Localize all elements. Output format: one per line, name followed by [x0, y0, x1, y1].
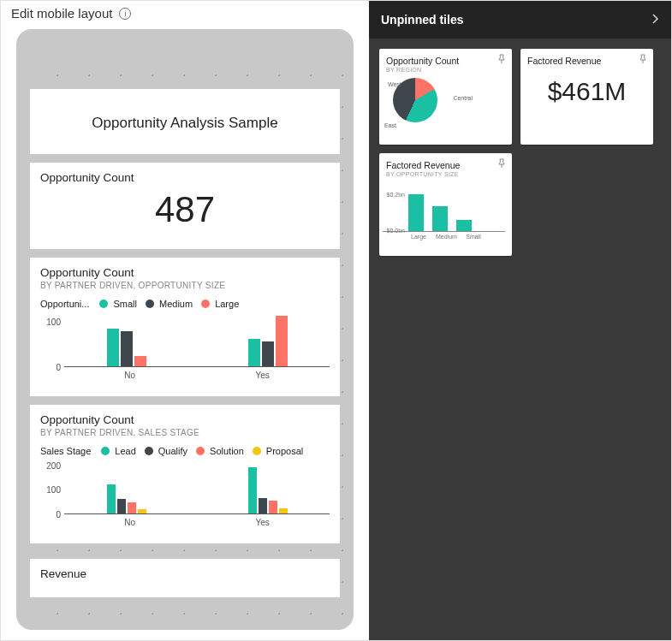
tile-dashboard-title[interactable]: Opportunity Analysis Sample: [30, 89, 340, 154]
bar-medium: [432, 206, 448, 231]
pin-icon[interactable]: [497, 54, 507, 66]
x-tick: Yes: [255, 518, 269, 527]
bar-large: [134, 356, 146, 366]
x-tick: Small: [463, 234, 484, 240]
mini-tile-title: Opportunity Count: [379, 49, 512, 67]
y-tick: $0.2bn: [387, 191, 405, 197]
unpinned-title: Unpinned tiles: [381, 13, 463, 27]
x-tick: No: [124, 518, 135, 527]
kpi-value: 487: [30, 186, 340, 249]
tile-title: Opportunity Count: [30, 258, 340, 281]
legend-swatch-medium: [146, 300, 154, 308]
x-tick: Medium: [436, 234, 456, 240]
y-tick: 100: [46, 318, 61, 327]
legend-swatch-proposal: [253, 447, 261, 455]
unpinned-tile-factored-by-size[interactable]: Factored Revenue BY OPPORTUNITY SIZE $0.…: [379, 153, 512, 256]
bar-medium: [262, 341, 274, 366]
chevron-right-icon[interactable]: [652, 13, 659, 27]
y-axis: 100 0: [40, 314, 62, 367]
pie-label-east: East: [384, 122, 396, 128]
bar-medium: [121, 331, 133, 366]
bar-groups: [64, 461, 330, 514]
bar-qualify: [117, 499, 126, 513]
legend-field-label: Opportuni...: [40, 299, 89, 309]
phone-canvas[interactable]: Opportunity Analysis Sample Opportunity …: [27, 45, 343, 614]
mini-bar-plot: $0.2bn $0.0bn: [383, 186, 505, 232]
pin-icon[interactable]: [497, 158, 507, 170]
mobile-layout-panel: Edit mobile layout i Opportunity Analysi…: [1, 1, 369, 640]
bar-groups: [64, 314, 330, 367]
y-tick: 0: [56, 510, 61, 519]
y-axis: 200 100 0: [40, 461, 62, 514]
legend-swatch-solution: [196, 447, 205, 455]
pin-icon[interactable]: [638, 54, 648, 66]
bar-group-yes: [248, 314, 288, 366]
bar-proposal: [279, 508, 288, 513]
bar-large: [408, 194, 424, 231]
y-tick: $0.0bn: [387, 227, 405, 233]
unpinned-tiles-grid: Opportunity Count BY REGION West East Ce…: [369, 39, 671, 266]
mini-tile-subtitle: BY OPPORTUNITY SIZE: [379, 171, 512, 181]
legend-item: Qualify: [158, 446, 187, 456]
x-tick: Large: [408, 234, 429, 240]
bar-qualify: [259, 498, 267, 513]
y-tick: 100: [46, 485, 61, 495]
tile-opp-count-by-stage[interactable]: Opportunity Count BY PARTNER DRIVEN, SAL…: [30, 405, 340, 543]
legend-item: Solution: [210, 446, 244, 456]
bar-small: [248, 339, 260, 366]
tile-opp-count-by-size[interactable]: Opportunity Count BY PARTNER DRIVEN, OPP…: [30, 258, 340, 396]
legend-item: Proposal: [266, 446, 303, 456]
x-axis: No Yes: [64, 514, 330, 527]
bar-lead: [107, 484, 116, 513]
x-tick: Yes: [255, 371, 269, 380]
bar-proposal: [138, 509, 146, 513]
chart-plot-area: 200 100 0: [30, 461, 340, 543]
unpinned-tile-region-pie[interactable]: Opportunity Count BY REGION West East Ce…: [379, 49, 512, 145]
legend-swatch-large: [201, 300, 210, 308]
tile-subtitle: BY PARTNER DRIVEN, SALES STAGE: [30, 428, 340, 442]
bar-small: [107, 329, 119, 366]
unpinned-header[interactable]: Unpinned tiles: [369, 1, 671, 39]
info-icon[interactable]: i: [119, 8, 131, 20]
bar-large: [276, 316, 288, 366]
legend-swatch-qualify: [145, 447, 153, 455]
mobile-layout-header: Edit mobile layout i: [1, 1, 369, 26]
legend-item: Medium: [159, 299, 193, 309]
tile-title: Opportunity Count: [30, 163, 340, 186]
y-tick: 200: [46, 460, 61, 470]
legend-item: Large: [215, 299, 239, 309]
tile-revenue[interactable]: Revenue: [30, 559, 340, 597]
mini-tile-title: Factored Revenue: [520, 49, 653, 67]
chart-plot-area: 100 0: [30, 314, 340, 396]
legend-field-label: Sales Stage: [40, 446, 91, 456]
legend-item: Lead: [115, 446, 135, 456]
tile-opportunity-count-kpi[interactable]: Opportunity Count 487: [30, 163, 340, 249]
bar-small: [456, 220, 472, 231]
x-axis: No Yes: [64, 367, 330, 380]
unpinned-tile-factored-revenue[interactable]: Factored Revenue $461M: [520, 49, 653, 145]
mini-tile-body: West East Central: [384, 74, 507, 139]
tile-title: Revenue: [30, 559, 340, 582]
dashboard-title-text: Opportunity Analysis Sample: [30, 115, 340, 132]
mobile-layout-title: Edit mobile layout: [11, 6, 112, 21]
chart-legend: Sales Stage Lead Qualify Solution Propos…: [30, 442, 340, 461]
pie-label-west: West: [388, 81, 401, 87]
bar-group-no: [107, 461, 146, 513]
bar-solution: [128, 502, 136, 513]
y-tick: 0: [56, 363, 61, 372]
tile-subtitle: BY PARTNER DRIVEN, OPPORTUNITY SIZE: [30, 281, 340, 295]
mini-y-axis: $0.2bn $0.0bn: [383, 186, 407, 231]
phone-frame: Opportunity Analysis Sample Opportunity …: [16, 29, 354, 630]
pie-label-central: Central: [453, 95, 473, 101]
bar-group-yes: [248, 461, 288, 513]
legend-swatch-small: [99, 300, 108, 308]
bar-solution: [269, 501, 277, 513]
x-tick: No: [124, 371, 135, 380]
bar-lead: [248, 467, 257, 513]
phone-frame-wrap: Opportunity Analysis Sample Opportunity …: [1, 26, 369, 641]
unpinned-panel: Unpinned tiles Opportunity Count BY REGI…: [369, 1, 671, 640]
kpi-value: $461M: [520, 67, 653, 106]
app-root: Edit mobile layout i Opportunity Analysi…: [0, 0, 672, 641]
chart-legend: Opportuni... Small Medium Large: [30, 295, 340, 314]
bar-group-no: [107, 314, 146, 366]
